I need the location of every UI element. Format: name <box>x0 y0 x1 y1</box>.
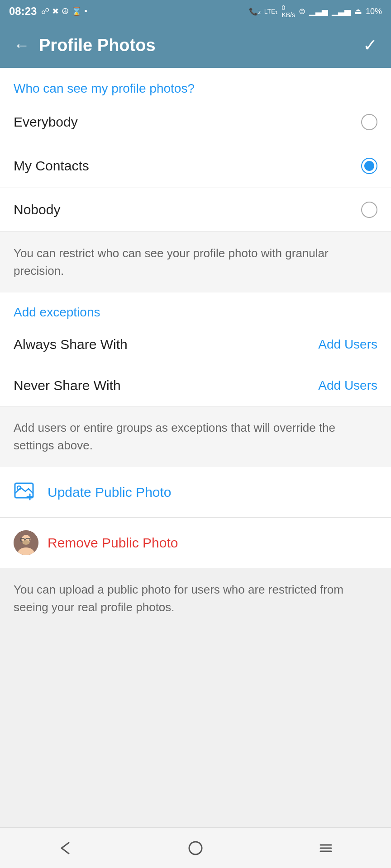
signal-1-icon: ▁▃▅ <box>309 6 328 16</box>
signal-2-icon: ▁▃▅ <box>332 6 351 16</box>
battery-percent: 10% <box>366 7 382 16</box>
update-public-photo-label: Update Public Photo <box>48 485 172 500</box>
wifi-settings-icon: ✖ <box>52 6 59 16</box>
battery-icon: ⏏ <box>354 6 362 16</box>
radio-nobody[interactable]: Nobody <box>0 188 391 232</box>
status-icons: ☍ ✖ ☮ ⌛ • <box>41 6 87 16</box>
app-icon-2: ⌛ <box>72 6 81 16</box>
update-public-photo-row[interactable]: Update Public Photo <box>0 467 391 518</box>
radio-everybody[interactable]: Everybody <box>0 100 391 144</box>
back-button[interactable]: ← <box>14 36 30 55</box>
always-share-label: Always Share With <box>14 337 128 352</box>
nav-menu-button[interactable] <box>312 835 339 862</box>
always-share-row: Always Share With Add Users <box>0 324 391 365</box>
status-right: 📞₂ LTE₁ 0KB/s ⊜ ▁▃▅ ▁▃▅ ⏏ 10% <box>249 4 382 19</box>
radio-everybody-label: Everybody <box>14 114 78 130</box>
bottom-info: You can upload a public photo for users … <box>0 568 391 827</box>
lte-icon: LTE₁ <box>264 8 278 15</box>
status-left: 08:23 ☍ ✖ ☮ ⌛ • <box>9 5 87 18</box>
radio-my-contacts-label: My Contacts <box>14 158 89 174</box>
radio-my-contacts[interactable]: My Contacts <box>0 144 391 188</box>
notification-icon: ☍ <box>41 6 49 16</box>
visibility-question: Who can see my profile photos? <box>0 68 391 100</box>
exceptions-title: Add exceptions <box>0 292 391 324</box>
status-bar: 08:23 ☍ ✖ ☮ ⌛ • 📞₂ LTE₁ 0KB/s ⊜ ▁▃▅ ▁▃▅ … <box>0 0 391 23</box>
wifi-icon: ⊜ <box>299 6 305 16</box>
radio-my-contacts-circle <box>361 158 377 174</box>
confirm-button[interactable]: ✓ <box>363 35 377 55</box>
radio-nobody-label: Nobody <box>14 202 60 217</box>
visibility-info: You can restrict who can see your profil… <box>0 232 391 292</box>
never-share-row: Never Share With Add Users <box>0 365 391 406</box>
update-photo-icon <box>14 480 38 505</box>
app-icon-1: ☮ <box>62 6 69 16</box>
header: ← Profile Photos ✓ <box>0 23 391 68</box>
exceptions-info: Add users or entire groups as exceptions… <box>0 406 391 467</box>
radio-nobody-circle <box>361 202 377 218</box>
dot-icon: • <box>84 7 87 16</box>
nav-bar <box>0 827 391 868</box>
radio-everybody-circle <box>361 114 377 130</box>
data-speed: 0KB/s <box>281 4 295 19</box>
never-share-add-users-button[interactable]: Add Users <box>318 378 377 393</box>
content-area: Who can see my profile photos? Everybody… <box>0 68 391 827</box>
svg-point-11 <box>189 842 202 854</box>
nav-back-button[interactable] <box>52 835 79 862</box>
status-time: 08:23 <box>9 5 37 18</box>
remove-public-photo-label: Remove Public Photo <box>48 535 178 551</box>
avatar <box>14 530 38 555</box>
always-share-add-users-button[interactable]: Add Users <box>318 337 377 352</box>
page-title: Profile Photos <box>39 36 363 55</box>
never-share-label: Never Share With <box>14 378 121 393</box>
svg-point-10 <box>23 540 30 545</box>
call-icon: 📞₂ <box>249 7 261 16</box>
svg-point-1 <box>17 486 21 490</box>
nav-home-button[interactable] <box>182 835 209 862</box>
remove-public-photo-row[interactable]: Remove Public Photo <box>0 518 391 568</box>
